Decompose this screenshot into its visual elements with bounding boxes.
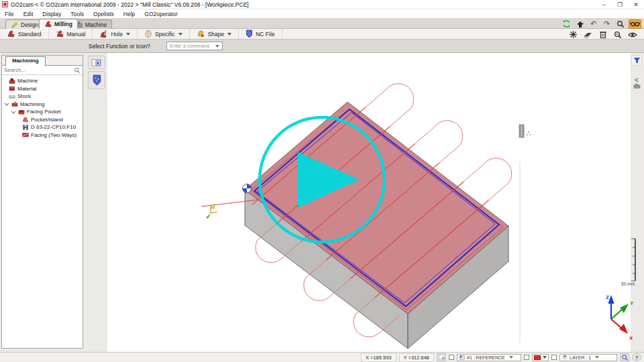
tab-machining-panel[interactable]: Machining — [5, 56, 46, 66]
manual-button[interactable]: Manual — [49, 29, 93, 39]
glasses-view-icon[interactable] — [629, 19, 641, 29]
tree-item-pocket-island[interactable]: Pocket/Island — [2, 116, 83, 124]
standard-button[interactable]: Standard — [0, 29, 49, 39]
visibility-eye-icon[interactable] — [627, 30, 637, 40]
panel-tabstrip: Machining — [2, 56, 83, 66]
expander-icon[interactable] — [11, 109, 16, 113]
search-icon — [74, 67, 80, 74]
expander-icon[interactable] — [5, 101, 9, 106]
collapse-panel-button[interactable]: < — [631, 74, 642, 92]
tab-design[interactable]: Design — [5, 19, 44, 29]
combo-arrow-icon — [543, 356, 547, 359]
menu-help[interactable]: Help — [119, 11, 140, 17]
mini-machine-icon — [633, 83, 641, 89]
tree-item-facing-pocket[interactable]: Facing Pocket — [2, 108, 83, 116]
tab-machine-label: Machine — [85, 21, 107, 28]
undo-icon[interactable]: ↶ — [588, 19, 598, 29]
maximize-button[interactable]: ❐ — [612, 1, 628, 8]
axis-y-label: Y — [630, 300, 634, 306]
standard-icon — [7, 29, 15, 38]
tool-icon — [22, 124, 29, 131]
pencil-icon — [11, 21, 19, 29]
nc-file-button[interactable]: NC File — [239, 29, 282, 39]
manual-icon — [56, 29, 64, 38]
nc-shield-icon — [93, 74, 101, 86]
menu-display[interactable]: Display — [38, 11, 66, 17]
machining-panel: Machining Machine Material Stock — [1, 55, 83, 349]
redo-icon[interactable]: ↷ — [602, 19, 612, 29]
origin-marker-icon — [243, 184, 252, 193]
help-button[interactable]: ? — [632, 353, 641, 361]
tree-item-material[interactable]: Material — [2, 85, 83, 93]
simulation-monitor-icon — [91, 58, 102, 67]
current-color-swatch — [534, 355, 541, 360]
tree-label: Facing Pocket — [27, 109, 61, 115]
combo-arrow-icon — [595, 356, 599, 359]
minimize-button[interactable]: – — [596, 1, 612, 8]
reference-combobox[interactable]: #1 : REFERENCE — [457, 354, 521, 361]
nc-file-label: NC File — [256, 31, 274, 38]
tree-item-facing[interactable]: Facing (Two Ways) — [2, 131, 83, 139]
shape-button[interactable]: Shape — [190, 29, 239, 39]
tab-design-label: Design — [21, 21, 38, 28]
tree-item-stock[interactable]: Stock — [2, 93, 83, 101]
zoom-selection-button[interactable] — [620, 353, 629, 361]
simulation-button[interactable] — [88, 56, 105, 69]
viewport-canvas[interactable]: 50 mm Z Y X — [0, 53, 644, 352]
stock-icon — [9, 93, 15, 100]
menu-opelists[interactable]: Opelists — [89, 11, 119, 17]
tab-milling-label: Milling — [54, 21, 72, 27]
specific-button[interactable]: Specific — [138, 29, 190, 39]
menu-tools[interactable]: Tools — [66, 11, 89, 17]
trash-icon[interactable] — [598, 30, 608, 40]
manual-label: Manual — [67, 31, 86, 38]
tree-label: Machine — [17, 78, 38, 84]
selection-burst-icon[interactable] — [568, 30, 578, 40]
zoom-icon[interactable] — [615, 19, 625, 29]
x-coordinate-display: X =185.593 — [361, 353, 396, 362]
axis-z-label: Z — [606, 294, 609, 300]
axis-x-label: X — [629, 335, 633, 341]
milling-hand-icon — [44, 20, 52, 28]
nc-program-button[interactable] — [88, 71, 105, 89]
reference-checkbox[interactable] — [449, 355, 454, 360]
edit-tools-row — [568, 29, 637, 40]
ribbon-tab-row: Design Milling Machine — [0, 18, 644, 29]
combo-arrow-icon — [215, 45, 219, 48]
tree-label: Machining — [20, 101, 44, 107]
machine-icon — [9, 78, 15, 84]
filter-button[interactable] — [631, 55, 642, 66]
reference-value: #1 : REFERENCE — [467, 355, 505, 360]
window-title: GO2cam < © GO2cam International 2009 - 2… — [11, 1, 249, 8]
tree-item-machining[interactable]: Machining — [2, 101, 83, 109]
chevron-left-icon: < — [635, 78, 639, 83]
layer-checkbox[interactable] — [551, 355, 557, 360]
facing-pocket-icon — [18, 109, 25, 115]
ribbon-toolbar: Standard Manual Hole Specific Shape NC F… — [0, 29, 644, 40]
reference-plane-button[interactable] — [437, 353, 446, 361]
command-bar: Select Function or Icon? Enter a command — [0, 40, 644, 53]
refresh-icon[interactable] — [561, 19, 572, 29]
hole-button[interactable]: Hole — [93, 29, 137, 39]
menu-go2operator[interactable]: GO2operator — [140, 11, 182, 17]
hole-icon — [99, 29, 108, 38]
command-prompt-label: Select Function or Icon? — [89, 43, 150, 50]
close-button[interactable]: ✕ — [628, 1, 644, 8]
zoom-window-icon[interactable] — [612, 30, 623, 40]
tree-item-tool[interactable]: D 63-22-CP10.F10 — [2, 123, 83, 131]
layer-combobox[interactable]: LAYER : 1 — [559, 354, 617, 361]
pan-hand-icon[interactable] — [575, 19, 585, 29]
color-checkbox[interactable] — [524, 355, 529, 360]
tree-label: D 63-22-CP10.F10 — [31, 124, 76, 130]
tree-label: Facing (Two Ways) — [31, 132, 76, 138]
command-combobox[interactable]: Enter a command — [166, 42, 223, 50]
tree-item-machine[interactable]: Machine — [2, 77, 83, 85]
color-picker[interactable] — [532, 354, 549, 361]
dropdown-arrow-icon — [126, 33, 130, 36]
menu-file[interactable]: File — [0, 11, 19, 17]
eraser-icon[interactable] — [583, 30, 593, 40]
pocket-island-icon — [22, 116, 29, 123]
tab-milling[interactable]: Milling — [39, 19, 78, 29]
search-input[interactable] — [4, 67, 74, 73]
menu-edit[interactable]: Edit — [19, 11, 38, 17]
